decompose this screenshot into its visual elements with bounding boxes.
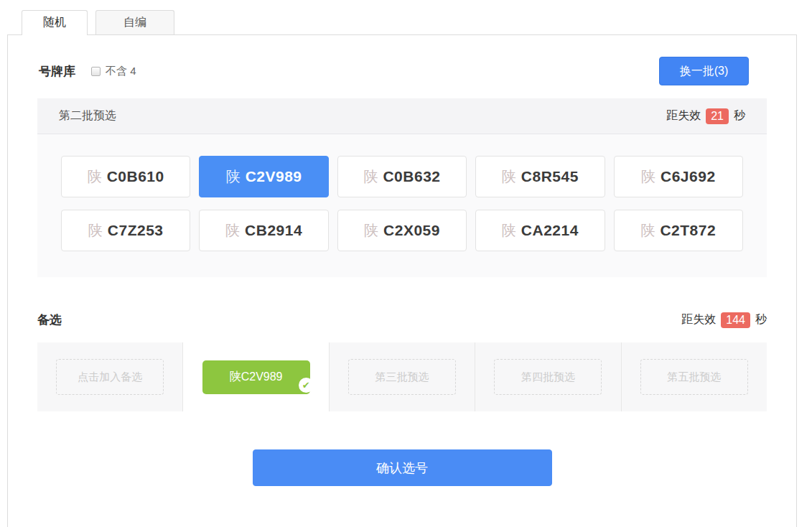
alternates-title: 备选	[37, 312, 62, 328]
plate-option[interactable]: 陕 C0B632	[337, 156, 467, 197]
alternate-plate-label: 陕C2V989	[230, 370, 283, 385]
plate-province: 陕	[364, 221, 378, 241]
plate-number: C8R545	[521, 168, 579, 185]
plate-number: C0B610	[107, 168, 164, 185]
plate-province: 陕	[640, 221, 655, 241]
plate-selection-page: 随机 自编 号牌库 不含 4 换一批(3) 第二批预选 距失效 21 秒	[0, 10, 812, 527]
plate-option[interactable]: 陕 C0B610	[61, 156, 190, 197]
expiry-prefix: 距失效	[666, 108, 701, 123]
alternates-row: 点击加入备选 陕C2V989 ✔ 第三批预选 第四批预选 第五批预选	[37, 342, 767, 411]
plate-number: C2V989	[246, 168, 302, 185]
plate-grid: 陕 C0B610 陕 C2V989 陕 C0B632 陕 C8R545 陕	[37, 134, 767, 277]
expiry-countdown-badge: 144	[721, 312, 750, 328]
confirm-selection-button[interactable]: 确认选号	[253, 449, 552, 486]
expiry-countdown-badge: 21	[706, 108, 729, 124]
alternate-plate-chip[interactable]: 陕C2V989 ✔	[202, 360, 310, 394]
plate-province: 陕	[502, 221, 516, 241]
alternate-slot-empty[interactable]: 点击加入备选	[37, 342, 183, 411]
plate-province: 陕	[88, 221, 103, 241]
toolbar: 号牌库 不含 4 换一批(3)	[8, 35, 796, 95]
plate-province: 陕	[502, 167, 516, 187]
plate-number: C6J692	[661, 168, 716, 185]
plate-option-selected[interactable]: 陕 C2V989	[199, 156, 328, 197]
plate-option[interactable]: 陕 C6J692	[614, 156, 743, 197]
alternate-slot-placeholder[interactable]: 第五批预选	[622, 342, 767, 411]
plate-option[interactable]: 陕 C7Z253	[61, 210, 190, 251]
tab-custom[interactable]: 自编	[95, 10, 174, 34]
batch-expiry: 距失效 21 秒	[666, 108, 745, 124]
plate-library-label: 号牌库	[39, 63, 75, 80]
exclude-4-checkbox[interactable]: 不含 4	[91, 65, 136, 78]
alternates-expiry: 距失效 144 秒	[681, 312, 767, 328]
alternates-header: 备选 距失效 144 秒	[37, 312, 767, 328]
plate-province: 陕	[225, 221, 240, 241]
exclude-4-label: 不含 4	[106, 65, 136, 78]
plate-number: C0B632	[383, 168, 440, 185]
expiry-suffix: 秒	[755, 312, 767, 327]
tab-random[interactable]: 随机	[22, 10, 88, 34]
plate-province: 陕	[363, 167, 378, 187]
tab-content-panel: 号牌库 不含 4 换一批(3) 第二批预选 距失效 21 秒 陕 C0B610	[7, 34, 797, 527]
batch-header: 第二批预选 距失效 21 秒	[37, 98, 767, 134]
alternate-slot-placeholder[interactable]: 第四批预选	[475, 342, 621, 411]
check-icon: ✔	[299, 378, 314, 393]
plate-option[interactable]: 陕 C8R545	[475, 156, 605, 197]
change-batch-button[interactable]: 换一批(3)	[659, 57, 749, 85]
plate-number: C7Z253	[108, 222, 164, 239]
expiry-prefix: 距失效	[681, 312, 716, 327]
add-to-alternates-button[interactable]: 点击加入备选	[56, 359, 164, 395]
expiry-suffix: 秒	[734, 108, 745, 123]
batch-block: 第二批预选 距失效 21 秒 陕 C0B610 陕 C2V989 陕	[37, 98, 767, 277]
batch-4-placeholder: 第四批预选	[494, 359, 602, 395]
plate-province: 陕	[641, 167, 655, 187]
plate-option[interactable]: 陕 CA2214	[475, 210, 605, 251]
batch-title: 第二批预选	[59, 108, 116, 123]
plate-number: C2T872	[660, 222, 716, 239]
plate-province: 陕	[88, 167, 102, 187]
batch-5-placeholder: 第五批预选	[640, 359, 748, 395]
plate-number: CA2214	[521, 222, 579, 239]
plate-number: C2X059	[383, 222, 440, 239]
batch-3-placeholder: 第三批预选	[348, 359, 456, 395]
plate-option[interactable]: 陕 C2X059	[337, 210, 467, 251]
plate-option[interactable]: 陕 C2T872	[614, 210, 743, 251]
checkbox-icon[interactable]	[91, 67, 101, 76]
plate-number: CB2914	[245, 222, 302, 239]
tab-bar: 随机 自编	[22, 10, 812, 34]
alternate-slot-placeholder[interactable]: 第三批预选	[330, 342, 475, 411]
plate-province: 陕	[226, 167, 241, 187]
plate-option[interactable]: 陕 CB2914	[199, 210, 328, 251]
alternate-slot-filled[interactable]: 陕C2V989 ✔	[183, 342, 329, 411]
